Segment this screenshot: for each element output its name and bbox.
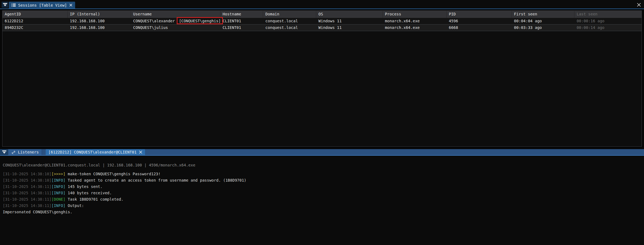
cell-first-seen: 00:03:33 ago <box>512 25 575 31</box>
log-level-tag: [>>>>] <box>51 172 66 176</box>
log-message: 140 bytes received. <box>66 191 112 195</box>
log-level-tag: [INFO] <box>51 178 66 182</box>
cell-username: CONQUEST\julius <box>131 25 220 31</box>
cell-hostname: CLIENT01 <box>220 25 263 31</box>
cell-ip-internal: 192.168.168.100 <box>68 18 131 24</box>
log-message: Task 1B8D9701 completed. <box>66 197 124 201</box>
cell-username: CONQUEST\alexander[CONQUEST\genghis] <box>131 18 220 24</box>
cell-first-seen: 00:04:04 ago <box>512 18 575 24</box>
console-line-2: [31-10-2025 14:38:11][INFO] 145 bytes se… <box>3 184 641 190</box>
column-header-4[interactable]: Domain <box>263 11 316 18</box>
cell-last-seen: 00:00:14 ago <box>574 25 642 31</box>
console-output: [31-10-2025 14:38:10][>>>>] make-token C… <box>3 171 641 215</box>
broadcast-icon <box>11 150 15 154</box>
console-line-1: [31-10-2025 14:38:10][INFO] Tasked agent… <box>3 177 641 184</box>
log-level-tag: [DONE] <box>51 197 66 201</box>
log-message: Output: <box>66 203 84 208</box>
column-header-9[interactable]: Last seen <box>574 11 642 18</box>
tab-close-icon[interactable] <box>139 150 142 154</box>
cell-ip-internal: 192.168.168.100 <box>68 25 131 31</box>
cell-hostname: CLIENT01 <box>220 18 263 24</box>
agent-console: CONQUEST\alexander@CLIENT01.conquest.loc… <box>0 156 644 245</box>
console-line-5: [31-10-2025 14:38:11][INFO] Output: <box>3 203 641 209</box>
log-timestamp: [31-10-2025 14:38:10] <box>3 178 51 182</box>
filter-funnel-button-bottom[interactable] <box>0 149 8 155</box>
console-tab-bar: Listeners [6122D212] CONQUEST\alexander@… <box>0 149 644 156</box>
filter-funnel-button[interactable] <box>2 2 8 8</box>
cell-process: monarch.x64.exe <box>383 18 447 24</box>
log-timestamp: [31-10-2025 14:38:11] <box>3 184 51 189</box>
log-message: Tasked agent to create an access token f… <box>66 178 246 182</box>
cell-domain: conquest.local <box>263 18 316 24</box>
column-header-6[interactable]: Process <box>383 11 447 18</box>
cell-pid: 6668 <box>447 25 512 31</box>
cell-agent-id: 894D232C <box>2 25 68 31</box>
table-list-icon <box>12 3 16 7</box>
panel-close-button[interactable] <box>636 2 641 7</box>
log-message: make-token CONQUEST\genghis Password123! <box>66 172 161 176</box>
session-row-1[interactable]: 894D232C 192.168.168.100 CONQUEST\julius… <box>2 25 642 31</box>
column-header-3[interactable]: Hostname <box>220 11 263 18</box>
cell-os: Windows 11 <box>316 25 383 31</box>
column-header-0[interactable]: AgentID <box>2 11 68 18</box>
cell-pid: 4596 <box>447 18 512 24</box>
column-header-8[interactable]: First seen <box>512 11 575 18</box>
log-timestamp: [31-10-2025 14:38:11] <box>3 191 51 195</box>
column-header-5[interactable]: OS <box>316 11 383 18</box>
tab-label: Listeners <box>18 150 39 154</box>
close-icon <box>637 3 641 7</box>
tab-label: [6122D212] CONQUEST\alexander@CLIENT01 <box>48 150 137 154</box>
column-header-1[interactable]: IP (Internal) <box>68 11 131 18</box>
agent-status-line: CONQUEST\alexander@CLIENT01.conquest.loc… <box>3 163 195 167</box>
console-line-6: Impersonated CONQUEST\genghis. <box>3 209 641 215</box>
sessions-table-body: 6122D212 192.168.168.100 CONQUEST\alexan… <box>2 18 642 31</box>
sessions-table: AgentID IP (Internal) Username Hostname … <box>2 10 642 147</box>
cell-agent-id: 6122D212 <box>2 18 68 24</box>
tab-sessions-table-view[interactable]: Sessions [Table View] <box>9 2 75 9</box>
username-text: CONQUEST\julius <box>133 25 168 30</box>
username-text: CONQUEST\alexander <box>133 19 175 23</box>
log-message: 145 bytes sent. <box>66 184 103 189</box>
log-timestamp: [31-10-2025 14:38:11] <box>3 197 51 201</box>
console-line-4: [31-10-2025 14:38:11][DONE] Task 1B8D970… <box>3 196 641 203</box>
cell-domain: conquest.local <box>263 25 316 31</box>
console-line-3: [31-10-2025 14:38:11][INFO] 140 bytes re… <box>3 190 641 196</box>
sessions-table-header: AgentID IP (Internal) Username Hostname … <box>2 11 642 18</box>
log-level-tag: [INFO] <box>51 203 66 208</box>
sessions-tab-bar: Sessions [Table View] <box>0 0 644 9</box>
tab-label: Sessions [Table View] <box>18 3 67 7</box>
cell-last-seen: 00:00:16 ago <box>574 18 642 24</box>
log-message: Impersonated CONQUEST\genghis. <box>3 210 72 214</box>
log-timestamp: [31-10-2025 14:38:10] <box>3 172 51 176</box>
filter-funnel-icon <box>3 3 7 7</box>
tab-listeners[interactable]: Listeners <box>8 149 42 155</box>
session-row-0[interactable]: 6122D212 192.168.168.100 CONQUEST\alexan… <box>2 18 642 25</box>
tab-close-icon[interactable] <box>69 4 72 7</box>
log-level-tag: [INFO] <box>51 191 66 195</box>
console-line-0: [31-10-2025 14:38:10][>>>>] make-token C… <box>3 171 641 177</box>
log-timestamp: [31-10-2025 14:38:11] <box>3 203 51 208</box>
column-header-7[interactable]: PID <box>447 11 512 18</box>
cell-os: Windows 11 <box>316 18 383 24</box>
log-level-tag: [INFO] <box>51 184 66 189</box>
tab-session-console[interactable]: [6122D212] CONQUEST\alexander@CLIENT01 <box>46 149 145 155</box>
impersonated-token-annotation: [CONQUEST\genghis] <box>177 17 223 24</box>
filter-funnel-icon <box>2 150 6 154</box>
cell-process: monarch.x64.exe <box>383 25 447 31</box>
